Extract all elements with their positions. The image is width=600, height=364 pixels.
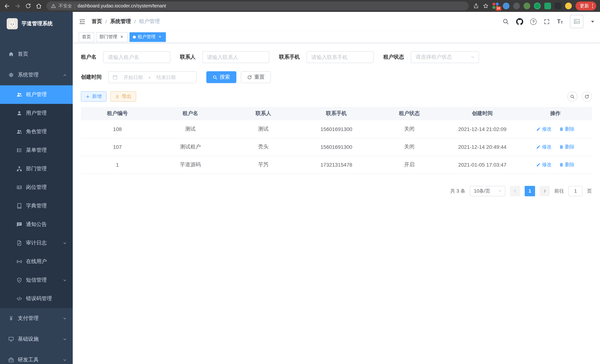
delete-link[interactable]: 删除 xyxy=(559,144,575,150)
close-icon[interactable]: × xyxy=(119,34,124,39)
collapse-sidebar-icon[interactable] xyxy=(79,18,86,25)
trash-icon xyxy=(559,145,563,149)
col-tenant-id: 租户编号 xyxy=(81,107,154,120)
start-date-input[interactable] xyxy=(119,75,147,80)
dictionary-icon xyxy=(16,203,22,209)
sidebar-item-home[interactable]: 首页 xyxy=(0,44,73,65)
next-page-button[interactable] xyxy=(540,186,550,196)
table-row: 1 芋道源码 芋艿 17321315478 开启 2021-01-05 17:0… xyxy=(81,156,592,174)
sidebar-item-tenant-management[interactable]: 租户管理 xyxy=(0,85,73,104)
contact-label: 联系人 xyxy=(180,54,202,60)
sidebar-item-department-management[interactable]: 部门管理 xyxy=(0,159,73,178)
post-badge-icon xyxy=(16,184,22,190)
refresh-table-button[interactable] xyxy=(582,92,592,102)
github-icon[interactable] xyxy=(516,18,523,25)
extension-icon[interactable] xyxy=(544,3,551,9)
extension-icon[interactable]: 10 xyxy=(492,3,499,9)
breadcrumb-home[interactable]: 首页 xyxy=(92,18,102,25)
sidebar-item-dictionary-management[interactable]: 字典管理 xyxy=(0,197,73,215)
sidebar-item-menu-management[interactable]: 菜单管理 xyxy=(0,141,73,159)
fullscreen-icon[interactable] xyxy=(544,18,550,25)
search-icon xyxy=(213,75,217,80)
extension-icon[interactable] xyxy=(523,3,530,9)
help-icon[interactable]: ? xyxy=(530,18,536,25)
goto-page-input[interactable] xyxy=(568,186,582,196)
extension-icon[interactable] xyxy=(513,3,520,9)
sidebar-item-role-management[interactable]: 角色管理 xyxy=(0,122,73,141)
search-icon xyxy=(570,94,575,99)
breadcrumb-system[interactable]: 系统管理 xyxy=(110,18,131,25)
edit-link[interactable]: 修改 xyxy=(536,126,552,132)
chevron-up-icon xyxy=(63,73,67,77)
page-content: 租户名 联系人 联系手机 租户状态 请选择租户状态 xyxy=(73,43,600,364)
sidebar-item-online-users[interactable]: 在线用户 xyxy=(0,252,73,271)
mobile-input[interactable] xyxy=(307,51,374,63)
home-button-icon[interactable] xyxy=(36,3,42,9)
sidebar-item-error-code-management[interactable]: 错误码管理 xyxy=(0,289,73,308)
font-size-icon[interactable]: TT xyxy=(557,19,563,25)
tenant-name-label: 租户名 xyxy=(81,54,103,60)
extension-icon[interactable] xyxy=(503,3,509,9)
reload-icon[interactable] xyxy=(25,3,31,9)
table-toolbar: 新增 导出 xyxy=(81,91,592,102)
extension-icon[interactable] xyxy=(554,3,561,9)
chevron-down-icon xyxy=(63,241,67,245)
extension-icon[interactable] xyxy=(565,3,572,9)
tab-home[interactable]: 首页 xyxy=(79,32,94,42)
toggle-search-button[interactable] xyxy=(567,92,577,102)
forward-icon[interactable] xyxy=(14,3,21,9)
sidebar-item-payment-management[interactable]: 支付管理 xyxy=(0,308,73,329)
top-header: 首页 / 系统管理 / 租户管理 ? xyxy=(73,12,600,31)
sidebar: 芋道管理系统 首页 系统管理 租户管理 xyxy=(0,12,73,364)
close-icon[interactable]: × xyxy=(157,34,162,39)
sidebar-item-infrastructure[interactable]: 基础设施 xyxy=(0,329,73,350)
sidebar-item-post-management[interactable]: 岗位管理 xyxy=(0,178,73,197)
address-bar[interactable]: 不安全 dashboard.yudao.iocoder.cn/system/te… xyxy=(46,1,469,10)
sidebar-item-audit-log[interactable]: 审计日志 xyxy=(0,234,73,252)
tab-tenant-management[interactable]: 租户管理 × xyxy=(130,32,166,42)
sidebar-item-sms-management[interactable]: 短信管理 xyxy=(0,271,73,289)
header-actions: ? TT xyxy=(502,15,594,28)
sidebar-item-dev-tools[interactable]: 研发工具 xyxy=(0,350,73,364)
chevron-down-icon xyxy=(63,278,67,282)
tab-department-management[interactable]: 部门管理 × xyxy=(96,32,128,42)
share-icon[interactable] xyxy=(473,3,479,9)
prev-page-button[interactable] xyxy=(510,186,520,196)
tenant-name-input[interactable] xyxy=(103,51,170,63)
address-divider xyxy=(75,3,75,8)
toolbox-icon xyxy=(8,357,14,363)
menu-dots-icon[interactable] xyxy=(592,4,593,8)
date-range-picker[interactable]: - xyxy=(108,71,197,83)
delete-link[interactable]: 删除 xyxy=(559,161,575,168)
search-button[interactable]: 搜索 xyxy=(206,71,236,83)
delete-link[interactable]: 删除 xyxy=(559,126,575,132)
chevron-down-icon[interactable] xyxy=(591,21,594,22)
page-number-button[interactable]: 1 xyxy=(525,186,535,196)
department-icon xyxy=(16,166,22,172)
browser-update-button[interactable]: 更新 xyxy=(575,1,596,10)
extension-icon[interactable] xyxy=(534,3,540,9)
edit-link[interactable]: 修改 xyxy=(536,161,552,168)
page-size-select[interactable]: 10条/页 xyxy=(470,186,505,196)
sidebar-item-system-management[interactable]: 系统管理 xyxy=(0,65,73,85)
avatar[interactable] xyxy=(570,15,583,28)
search-icon[interactable] xyxy=(502,18,509,25)
filter-row-2: 创建时间 - 搜 xyxy=(81,71,592,83)
reset-button[interactable]: 重置 xyxy=(241,71,271,83)
trash-icon xyxy=(559,162,563,167)
export-button[interactable]: 导出 xyxy=(110,91,136,102)
bookmark-star-icon[interactable] xyxy=(483,3,488,9)
back-icon[interactable] xyxy=(4,3,10,9)
tenants-icon xyxy=(16,92,22,98)
end-date-input[interactable] xyxy=(152,75,180,80)
add-button[interactable]: 新增 xyxy=(81,91,106,102)
page-unit-label: 页 xyxy=(587,187,592,194)
sidebar-item-notice-management[interactable]: 通知公告 xyxy=(0,215,73,234)
main-area: 首页 / 系统管理 / 租户管理 ? xyxy=(73,12,600,364)
gear-icon xyxy=(8,72,14,78)
calendar-icon xyxy=(112,75,118,80)
edit-link[interactable]: 修改 xyxy=(536,144,552,150)
tenant-status-select[interactable]: 请选择租户状态 xyxy=(411,51,479,63)
contact-input[interactable] xyxy=(202,51,269,63)
sidebar-item-user-management[interactable]: 用户管理 xyxy=(0,104,73,122)
